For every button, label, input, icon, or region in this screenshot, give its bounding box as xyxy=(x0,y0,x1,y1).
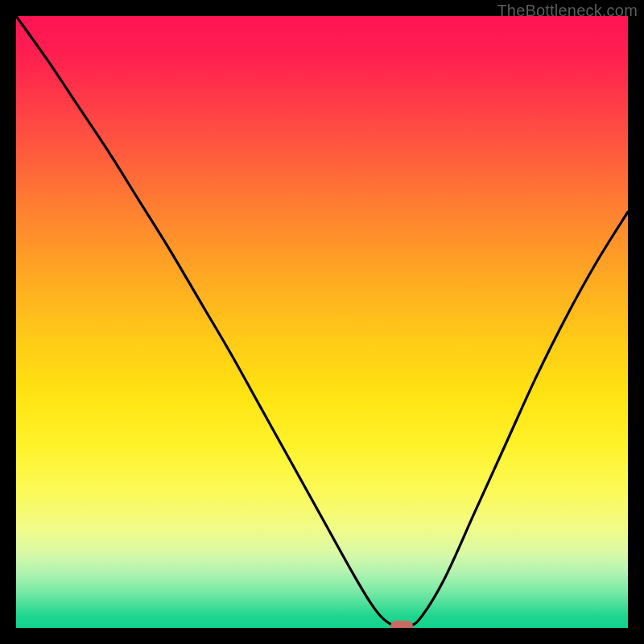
curve-svg xyxy=(16,16,628,628)
chart-container: TheBottleneck.com xyxy=(0,0,644,644)
watermark-text: TheBottleneck.com xyxy=(497,2,638,20)
bottleneck-curve xyxy=(16,16,628,627)
plot-area xyxy=(16,16,628,628)
minimum-marker xyxy=(390,621,413,628)
